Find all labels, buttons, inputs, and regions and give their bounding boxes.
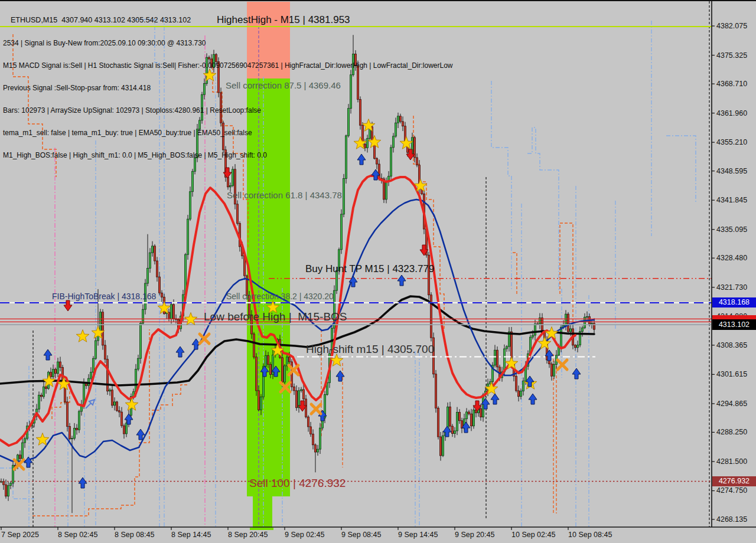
- time-tick-label: 10 Sep 02:45: [511, 531, 555, 539]
- chart-window[interactable]: ETHUSD,M15 4307.940 4313.102 4305.542 43…: [0, 0, 756, 543]
- info-tema-line: tema_m1_sell: false | tema_m1_buy: true …: [3, 129, 452, 137]
- price-tick-label: 4335.095: [716, 225, 747, 234]
- info-bos-line: M1_High_BOS:false | High_shift_m1: 0.0 |…: [3, 152, 452, 159]
- annotation-sell-correction-61[interactable]: Sell correction 61.8 | 4343.78: [227, 190, 342, 200]
- time-tick-label: 8 Sep 20:45: [228, 531, 268, 539]
- time-tick-label: 9 Sep 08:45: [341, 531, 381, 539]
- price-tick-label: 4268.135: [716, 515, 747, 524]
- price-tick-label: 4281.500: [716, 457, 747, 466]
- annotation-high-shift[interactable]: High-shift m15 | 4305.700: [306, 343, 434, 356]
- info-previous-signal: Previous Signal :Sell-Stop-psar from: 43…: [3, 84, 452, 92]
- price-tick-label: 4375.325: [716, 51, 747, 60]
- time-tick-label: 8 Sep 02:45: [58, 531, 97, 539]
- price-tick-label: 4382.075: [716, 22, 747, 30]
- price-tick-label: 4355.210: [716, 138, 747, 146]
- info-indicators-line: M15 MACD Signal is:Sell | H1 Stochastic …: [3, 62, 452, 70]
- info-signal-line: 2534 | Signal is Buy-New from:2025.09.10…: [3, 40, 452, 47]
- price-tick-label: 4348.595: [716, 167, 747, 175]
- bid-price-tag: 4313.102: [712, 319, 756, 330]
- fib-price-tag: 4318.168: [712, 297, 756, 308]
- time-tick-label: 7 Sep 2025: [1, 531, 39, 539]
- annotation-sell-100[interactable]: Sell 100 | 4276.932: [249, 477, 346, 490]
- time-tick-label: 10 Sep 08:45: [568, 531, 612, 539]
- price-tick-label: 4321.730: [716, 283, 747, 292]
- info-symbol-ohlc: ETHUSD,M15 4307.940 4313.102 4305.542 43…: [3, 17, 452, 24]
- price-tick-label: 4308.365: [716, 341, 747, 349]
- annotation-buy-hunt-tp[interactable]: Buy Hunt TP M15 | 4323.779: [305, 263, 434, 275]
- price-tick-label: 4288.250: [716, 428, 747, 436]
- time-axis[interactable]: 7 Sep 20258 Sep 02:458 Sep 08:458 Sep 14…: [0, 527, 756, 543]
- price-tick-label: 4328.480: [716, 254, 747, 262]
- chart-info-overlay: ETHUSD,M15 4307.940 4313.102 4305.542 43…: [3, 2, 452, 174]
- time-tick-label: 8 Sep 14:45: [171, 531, 211, 539]
- price-tick-label: 4361.960: [716, 109, 747, 117]
- annotation-low-before-high[interactable]: Low before High | M15-BOS: [204, 310, 347, 323]
- annotation-fib-high-to-break[interactable]: FIB-HighToBreak | 4318.168: [52, 292, 156, 301]
- price-tick-label: 4368.710: [716, 80, 747, 88]
- price-tick-label: 4274.750: [716, 486, 747, 495]
- price-tick-label: 4294.865: [716, 400, 747, 408]
- time-tick-label: 9 Sep 20:45: [455, 531, 494, 539]
- price-tick-label: 4341.845: [716, 196, 747, 204]
- time-tick-label: 8 Sep 08:45: [115, 531, 154, 539]
- annotation-sell-correction-38[interactable]: Sell correction 38.2 | 4320.20: [226, 292, 334, 301]
- time-tick-label: 9 Sep 14:45: [398, 531, 438, 539]
- info-bars-line: Bars: 102973 | ArraySize UpSignal: 10297…: [3, 107, 452, 115]
- time-tick-label: 9 Sep 02:45: [285, 531, 324, 539]
- price-tick-label: 4301.615: [716, 370, 747, 378]
- sell100-price-tag: 4276.932: [712, 476, 756, 486]
